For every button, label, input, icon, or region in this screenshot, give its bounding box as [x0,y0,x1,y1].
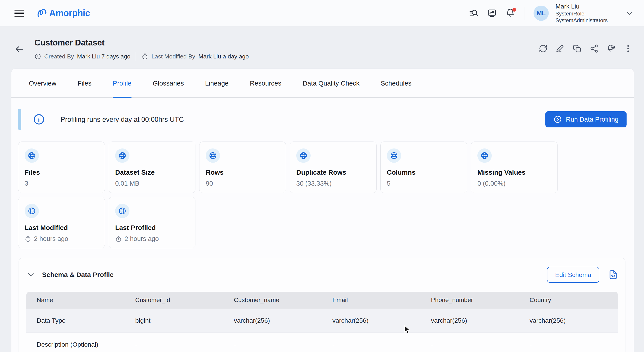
created-by-value: Mark Liu 7 days ago [77,53,130,60]
top-navbar: Amorphic ML [0,0,644,27]
table-cell: varchar(256) [519,308,618,332]
stat-value: 90 [206,180,280,187]
kebab-menu-icon[interactable] [622,43,634,54]
stat-label: Last Modified [24,224,98,232]
table-cell: - [420,332,519,352]
back-arrow-icon[interactable] [14,44,24,54]
table-cell: bigint [125,308,224,332]
meta-divider [136,52,136,61]
modified-by-label: Last Modified By [152,53,195,60]
search-icon[interactable] [468,8,480,19]
globe-icon [24,204,39,218]
refresh-icon[interactable] [538,43,549,54]
run-data-profiling-button[interactable]: Run Data Profiling [546,111,626,127]
stat-value: 0 (0.00%) [478,180,551,187]
user-avatar[interactable]: ML [534,6,549,21]
table-cell: - [322,332,420,352]
column-header: Customer_name [224,292,322,308]
table-cell: - [125,332,224,352]
column-header: Phone_number [420,292,519,308]
hamburger-menu-icon[interactable] [13,8,26,18]
brand-name: Amorphic [49,8,90,18]
notification-badge-dot [512,8,516,12]
globe-icon [115,148,130,163]
column-header: Country [519,292,618,308]
globe-icon [296,148,310,163]
stat-card: Files 3 [18,141,105,193]
globe-icon [478,148,492,163]
stat-value: 30 (33.33%) [296,180,370,187]
modified-by-value: Mark Liu a day ago [198,53,249,60]
tab-files[interactable]: Files [78,69,92,98]
share-icon[interactable] [588,43,600,54]
stopwatch-icon [115,236,122,242]
tab-bar: OverviewFilesProfileGlossariesLineageRes… [12,69,634,98]
created-by-label: Created By [44,53,74,60]
stat-card: Duplicate Rows 30 (33.33%) [290,141,376,193]
stopwatch-icon [142,53,148,60]
table-cell: varchar(256) [224,308,322,332]
copy-icon[interactable] [572,43,583,54]
info-icon [33,113,45,125]
page-title: Customer Dataset [34,38,249,48]
table-cell: Description (Optional) [26,332,125,352]
globe-icon [387,148,401,163]
tab-glossaries[interactable]: Glossaries [153,69,184,98]
schema-profile-table: NameCustomer_idCustomer_nameEmailPhone_n… [26,292,618,352]
table-cell: Data Type [26,308,125,332]
tab-profile[interactable]: Profile [113,69,132,98]
tab-data-quality-check[interactable]: Data Quality Check [302,69,359,98]
table-cell: - [519,332,618,352]
schema-section-title: Schema & Data Profile [42,271,114,279]
schema-section: Schema & Data Profile Edit Schema NameCu… [18,258,626,352]
notification-settings-icon[interactable] [606,43,617,54]
nav-divider [524,7,525,20]
column-header: Name [26,292,125,308]
stat-label: Duplicate Rows [296,168,370,176]
stat-card: Missing Values 0 (0.00%) [471,141,558,193]
stat-label: Last Profiled [115,224,189,232]
stat-card: Last Modified 2 hours ago [18,197,105,248]
tab-overview[interactable]: Overview [29,69,56,98]
banner-accent-bar [18,109,21,130]
globe-icon [206,148,220,163]
edit-schema-button[interactable]: Edit Schema [547,267,599,283]
tab-resources[interactable]: Resources [250,69,281,98]
page-header: Customer Dataset Created By Mark Liu 7 d… [0,27,644,61]
table-cell: varchar(256) [322,308,420,332]
globe-icon [115,204,130,218]
user-name: Mark Liu [556,3,613,10]
monitor-chart-icon[interactable] [486,8,498,19]
collapse-chevron-down-icon[interactable] [27,271,35,279]
stat-value: 0.01 MB [115,180,189,187]
stat-label: Missing Values [478,168,551,176]
column-header: Email [322,292,420,308]
brand-logo[interactable]: Amorphic [36,8,90,19]
column-header: Customer_id [125,292,224,308]
table-cell: - [224,332,322,352]
banner-text: Profiling runs every day at 00:00hrs UTC [60,116,184,123]
user-info: Mark Liu SystemRole-SystemAdministrators [556,3,613,24]
stat-label: Columns [387,168,461,176]
profiling-info-banner: Profiling runs every day at 00:00hrs UTC… [18,109,626,130]
stat-label: Rows [206,168,280,176]
table-header-row: NameCustomer_idCustomer_nameEmailPhone_n… [26,292,618,308]
stat-label: Dataset Size [115,168,189,176]
tab-lineage[interactable]: Lineage [205,69,228,98]
amorphic-logo-icon [36,8,48,19]
stat-card: Dataset Size 0.01 MB [109,141,196,193]
header-actions [538,43,634,54]
stat-card: Last Profiled 2 hours ago [109,197,196,248]
stopwatch-icon [24,236,31,242]
table-row: Data Typebigintvarchar(256)varchar(256)v… [26,308,618,332]
play-circle-icon [554,115,562,124]
user-menu-chevron-down-icon[interactable] [626,10,633,17]
user-role: SystemRole-SystemAdministrators [556,10,613,24]
notifications-bell-icon[interactable] [504,8,516,19]
edit-pencil-icon[interactable] [554,43,566,54]
tab-schedules[interactable]: Schedules [380,69,412,98]
stat-value: 3 [24,180,98,187]
file-code-icon[interactable] [608,269,618,280]
table-row: Description (Optional)----- [26,332,618,352]
stat-value: 2 hours ago [115,235,189,243]
